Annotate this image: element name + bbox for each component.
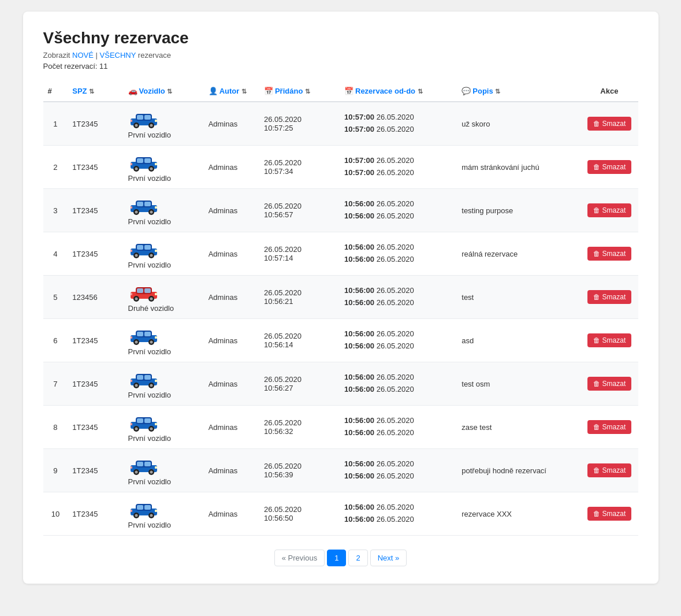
cell-num: 6: [43, 319, 68, 362]
cell-rezervace: 10:56:00 26.05.2020 10:56:00 26.05.2020: [340, 276, 457, 319]
rez-from-time: 10:57:00: [344, 156, 374, 165]
table-row: 9 1T2345 První vozidlo Adminas: [43, 449, 638, 492]
svg-point-47: [150, 298, 152, 300]
col-header-pridano[interactable]: 📅Přidáno ⇅: [259, 81, 340, 102]
delete-button[interactable]: 🗑 Smazat: [587, 333, 632, 347]
rez-from-time: 10:56:00: [344, 373, 374, 381]
svg-rect-69: [131, 380, 132, 382]
car-image: [128, 281, 159, 302]
cell-autor: Adminas: [204, 232, 259, 276]
svg-rect-19: [131, 163, 132, 165]
count-line: Počet rezervací: 11: [43, 62, 638, 70]
delete-button[interactable]: 🗑 Smazat: [587, 160, 632, 174]
svg-point-45: [135, 298, 137, 300]
delete-button[interactable]: 🗑 Smazat: [587, 507, 632, 521]
rez-to-time: 10:56:00: [344, 428, 374, 437]
svg-rect-79: [131, 423, 132, 425]
cell-pridano: 26.05.202010:56:21: [259, 276, 340, 319]
link-all[interactable]: VŠECHNY: [100, 51, 136, 60]
svg-rect-52: [137, 332, 143, 336]
table-row: 6 1T2345 První vozidlo Adminas: [43, 319, 638, 362]
svg-point-75: [135, 428, 137, 431]
sort-icon-popis: ⇅: [495, 88, 500, 95]
col-header-spz[interactable]: SPZ ⇅: [68, 81, 123, 102]
svg-rect-68: [155, 380, 157, 382]
cell-vozidlo: Druhé vozidlo: [124, 276, 204, 319]
svg-rect-98: [155, 510, 157, 512]
svg-point-95: [135, 514, 137, 517]
svg-rect-72: [137, 418, 143, 423]
col-header-autor[interactable]: 👤Autor ⇅: [204, 81, 259, 102]
col-header-vozidlo[interactable]: 🚗Vozidlo ⇅: [124, 81, 204, 102]
cal-header-icon-rez: 📅: [344, 87, 353, 95]
cell-akce: 🗑 Smazat: [580, 232, 638, 276]
cell-autor: Adminas: [204, 406, 259, 449]
cell-spz: 1T2345: [68, 319, 123, 362]
cell-pridano: 26.05.202010:56:50: [259, 492, 340, 536]
trash-icon: 🗑: [593, 163, 600, 171]
cell-rezervace: 10:56:00 26.05.2020 10:56:00 26.05.2020: [340, 189, 457, 232]
cell-num: 5: [43, 276, 68, 319]
svg-point-27: [150, 211, 152, 214]
delete-button[interactable]: 🗑 Smazat: [587, 377, 632, 391]
rez-to-time: 10:56:00: [344, 342, 374, 350]
cell-spz: 1T2345: [68, 189, 123, 232]
sort-icon-pridano: ⇅: [305, 88, 310, 95]
page-1-button[interactable]: 1: [327, 550, 346, 566]
svg-point-25: [135, 211, 137, 214]
svg-point-7: [150, 124, 152, 127]
cell-spz: 123456: [68, 276, 123, 319]
col-header-rezervace[interactable]: 📅Rezervace od-do ⇅: [340, 81, 457, 102]
prev-page-button[interactable]: « Previous: [274, 550, 325, 566]
svg-rect-62: [137, 375, 143, 380]
trash-icon: 🗑: [593, 250, 600, 258]
cell-pridano: 26.05.202010:56:57: [259, 189, 340, 232]
delete-button[interactable]: 🗑 Smazat: [587, 247, 632, 261]
page-title: Všechny rezervace: [43, 29, 638, 47]
svg-rect-13: [144, 158, 151, 163]
cell-num: 1: [43, 102, 68, 146]
delete-button[interactable]: 🗑 Smazat: [587, 117, 632, 131]
main-container: Všechny rezervace Zobrazit NOVÉ | VŠECHN…: [23, 12, 658, 584]
svg-rect-89: [131, 466, 132, 469]
cell-num: 3: [43, 189, 68, 232]
table-header-row: # SPZ ⇅ 🚗Vozidlo ⇅ 👤Autor ⇅ 📅Přidáno ⇅: [43, 81, 638, 102]
cell-spz: 1T2345: [68, 102, 123, 146]
cell-spz: 1T2345: [68, 406, 123, 449]
car-image: [128, 195, 159, 216]
svg-rect-22: [137, 202, 143, 206]
link-new[interactable]: NOVÉ: [72, 51, 94, 60]
svg-rect-88: [155, 466, 157, 469]
car-image: [128, 368, 159, 389]
rez-to-time: 10:56:00: [344, 472, 374, 480]
table-row: 1 1T2345 První vozidlo Adminas: [43, 102, 638, 146]
svg-rect-18: [155, 163, 157, 165]
sort-icon-spz: ⇅: [89, 88, 94, 95]
rez-to-time: 10:56:00: [344, 298, 374, 307]
cell-vozidlo: První vozidlo: [124, 362, 204, 406]
svg-rect-58: [155, 336, 157, 339]
cal-header-icon-pridano: 📅: [264, 87, 273, 95]
col-header-popis[interactable]: 💬Popis ⇅: [457, 81, 580, 102]
svg-point-67: [150, 384, 152, 387]
svg-rect-38: [155, 250, 157, 252]
cell-vozidlo-name: První vozidlo: [128, 174, 171, 183]
cell-autor: Adminas: [204, 449, 259, 492]
table-row: 5 123456 Druhé vozidlo Adminas: [43, 276, 638, 319]
delete-button[interactable]: 🗑 Smazat: [587, 420, 632, 434]
svg-rect-59: [131, 336, 132, 339]
cell-popis: rezervace XXX: [457, 492, 580, 536]
cell-vozidlo-name: První vozidlo: [128, 131, 171, 139]
rez-from-time: 10:56:00: [344, 416, 374, 425]
col-header-akce: Akce: [580, 81, 638, 102]
rez-from-time: 10:56:00: [344, 199, 374, 208]
delete-button[interactable]: 🗑 Smazat: [587, 290, 632, 304]
svg-rect-83: [144, 462, 151, 466]
svg-rect-28: [155, 206, 157, 209]
cell-vozidlo: První vozidlo: [124, 319, 204, 362]
page-2-button[interactable]: 2: [348, 550, 367, 566]
cell-vozidlo-name: První vozidlo: [128, 477, 171, 486]
delete-button[interactable]: 🗑 Smazat: [587, 463, 632, 477]
delete-button[interactable]: 🗑 Smazat: [587, 203, 632, 217]
next-page-button[interactable]: Next »: [370, 550, 407, 566]
